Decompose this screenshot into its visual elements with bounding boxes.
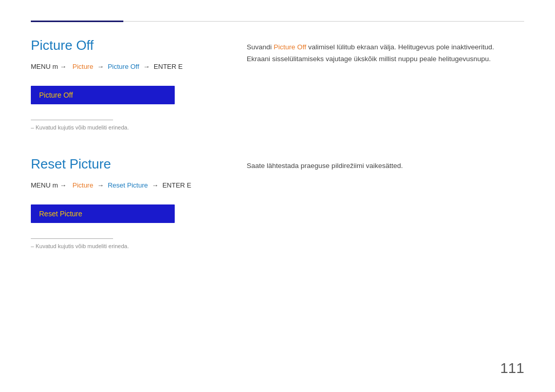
section2-screenshot-label: Reset Picture bbox=[39, 210, 82, 218]
arrow1 bbox=[68, 63, 70, 70]
section2-note-area: – Kuvatud kujutis võib mudeliti erineda. bbox=[31, 238, 226, 249]
section2-description: Saate lähtestada praeguse pildirežiimi v… bbox=[247, 160, 524, 172]
page-container: Picture Off MENU m → Picture → Picture O… bbox=[0, 0, 555, 280]
section1-left: Picture Off MENU m → Picture → Picture O… bbox=[31, 38, 226, 130]
menu2-item2: Reset Picture bbox=[108, 181, 148, 189]
section1-highlight: Picture Off bbox=[274, 43, 307, 51]
section-reset-picture: Reset Picture MENU m → Picture → Reset P… bbox=[31, 156, 524, 249]
section1-title: Picture Off bbox=[31, 38, 226, 53]
section-separator bbox=[31, 130, 524, 156]
section1-note-divider bbox=[31, 120, 113, 120]
menu2-suffix: ENTER E bbox=[162, 181, 191, 189]
section2-menu-path: MENU m → Picture → Reset Picture → ENTER… bbox=[31, 181, 226, 189]
menu-item2: Picture Off bbox=[108, 63, 139, 70]
top-divider-left bbox=[31, 21, 123, 22]
section2-note-divider bbox=[31, 238, 113, 239]
arrow2-2: → bbox=[95, 181, 105, 189]
section1-description: Suvandi Picture Off valimisel lülitub ek… bbox=[247, 42, 524, 65]
section1-note-area: – Kuvatud kujutis võib mudeliti erineda. bbox=[31, 120, 226, 130]
section2-title: Reset Picture bbox=[31, 156, 226, 172]
section2-screenshot-box: Reset Picture bbox=[31, 204, 175, 223]
section1-right: Suvandi Picture Off valimisel lülitub ek… bbox=[247, 38, 524, 130]
menu-prefix: MENU m → bbox=[31, 63, 66, 70]
arrow2-1 bbox=[68, 181, 70, 189]
top-divider-right bbox=[123, 21, 524, 22]
section1-screenshot-box: Picture Off bbox=[31, 86, 175, 104]
menu-item1: Picture bbox=[72, 63, 93, 70]
arrow3: → bbox=[141, 63, 152, 70]
menu-suffix: ENTER E bbox=[154, 63, 182, 70]
menu2-prefix: MENU m → bbox=[31, 181, 66, 189]
section1-note: – Kuvatud kujutis võib mudeliti erineda. bbox=[31, 124, 226, 130]
section1-screenshot-label: Picture Off bbox=[39, 91, 73, 99]
section-picture-off: Picture Off MENU m → Picture → Picture O… bbox=[31, 38, 524, 130]
section1-desc-line2: Ekraani sisselülitamiseks vajutage ükskõ… bbox=[247, 55, 491, 63]
section1-desc-suffix: valimisel lülitub ekraan välja. Helituge… bbox=[306, 43, 494, 51]
menu2-item1: Picture bbox=[72, 181, 93, 189]
section1-desc-prefix: Suvandi bbox=[247, 43, 274, 51]
arrow2: → bbox=[95, 63, 105, 70]
section2-left: Reset Picture MENU m → Picture → Reset P… bbox=[31, 156, 226, 249]
section2-right: Saate lähtestada praeguse pildirežiimi v… bbox=[247, 156, 524, 249]
section1-menu-path: MENU m → Picture → Picture Off → ENTER E bbox=[31, 63, 226, 70]
arrow2-3: → bbox=[150, 181, 160, 189]
section2-note: – Kuvatud kujutis võib mudeliti erineda. bbox=[31, 243, 226, 249]
top-divider bbox=[31, 21, 524, 22]
page-number: 111 bbox=[500, 360, 524, 377]
